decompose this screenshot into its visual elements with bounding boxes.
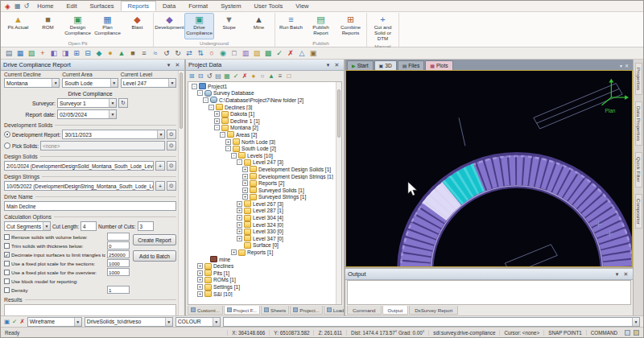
ribbon-button[interactable]: ≡ Run Batch (276, 13, 306, 39)
save-icon[interactable]: ▦ (13, 2, 23, 10)
view-tab[interactable]: ▦Plots (425, 60, 452, 70)
tree-expander-icon[interactable]: - (225, 146, 231, 151)
tree-expander-icon[interactable]: + (237, 201, 242, 207)
design-strings-field[interactable]: 10/05/2022 (DevelopmentDesignString_Mont… (4, 181, 154, 191)
view-tab[interactable]: ▣3D (374, 60, 397, 70)
tool-icon[interactable]: ⊞ (188, 72, 196, 80)
pick-solids-radio[interactable] (4, 142, 10, 149)
tree-item[interactable]: + Level 330 [0] (189, 228, 335, 235)
tree-item[interactable]: + North Lode [3] (189, 138, 335, 146)
option-value-field[interactable]: 1000 (107, 268, 130, 276)
tool-icon[interactable]: ≡ (276, 72, 284, 80)
output-tab[interactable]: Command (347, 306, 382, 315)
ribbon-button[interactable]: ▲ Mine (244, 13, 274, 39)
option-value-field[interactable] (107, 233, 130, 241)
tree-item[interactable]: mine (189, 256, 335, 263)
tree-expander-icon[interactable]: + (237, 208, 242, 213)
current-area-select[interactable]: South Lode▼ (62, 78, 118, 88)
tree-expander-icon[interactable]: + (225, 139, 231, 145)
tree-expander-icon[interactable]: + (197, 270, 203, 276)
docked-panel-tab[interactable]: Data Properties (635, 101, 642, 146)
panel-close-icon[interactable]: ✕ (621, 271, 630, 278)
design-solids-field[interactable]: 2/01/2024 (DevelopmentDesignSolid_Montan… (4, 161, 154, 171)
option-checkbox[interactable] (4, 243, 10, 249)
command-icon[interactable]: ▣ (4, 318, 10, 325)
tool-icon[interactable]: ▤ (4, 48, 14, 58)
option-value-field[interactable]: 0 (107, 241, 130, 249)
tree-item[interactable]: + Pits [1] (189, 270, 335, 277)
current-level-select[interactable]: Level 247▼ (121, 78, 176, 88)
pick-target-icon[interactable]: ⊙ (167, 181, 176, 191)
tree-item[interactable]: - South Lode [2] (189, 145, 335, 152)
tool-icon[interactable]: ✓ (232, 72, 240, 80)
tree-expander-icon[interactable]: - (192, 84, 197, 89)
tree-expander-icon[interactable]: + (237, 236, 242, 241)
surveyor-select[interactable]: Surveyor 1▼ (57, 98, 117, 108)
add-to-batch-button[interactable]: Add to Batch (133, 250, 176, 262)
tree-item[interactable]: + Surveyed Strings [1] (189, 194, 335, 201)
tool-icon[interactable]: ◨ (60, 48, 70, 58)
number-of-cuts-field[interactable]: 3 (138, 221, 154, 231)
option-checkbox[interactable] (4, 270, 10, 275)
create-report-button[interactable]: Create Report (133, 234, 176, 245)
tree-expander-icon[interactable]: + (242, 188, 248, 193)
undo-icon[interactable]: ↺ (22, 2, 31, 10)
ribbon-button[interactable]: ▣ Drive Compliance (184, 13, 214, 39)
tree-item[interactable]: + S&I [10] (189, 291, 335, 298)
tree-item[interactable]: + Level 324 [0] (189, 221, 335, 229)
tree-expander-icon[interactable]: + (197, 291, 203, 297)
tree-item[interactable]: + Reports [2] (189, 179, 335, 187)
command-input[interactable]: ▼ (223, 317, 640, 327)
tree-expander-icon[interactable]: + (237, 229, 242, 234)
tree-expander-icon[interactable]: + (197, 284, 203, 290)
tree-expander-icon[interactable]: + (242, 174, 248, 179)
ribbon-tab[interactable]: Data (156, 1, 182, 11)
tree-item[interactable]: + Development Design Solids [1] (189, 166, 335, 173)
tool-icon[interactable]: ▤ (214, 72, 222, 80)
ribbon-button[interactable]: ◆ Development (155, 13, 184, 39)
cut-segments-select[interactable]: Cut Segments▼ (4, 221, 51, 231)
tool-icon[interactable]: ▦ (223, 72, 231, 80)
ribbon-button[interactable]: ▼ Stope (214, 13, 244, 39)
report-date-field[interactable]: 02/05/2024▼ (57, 109, 117, 119)
ribbon-button[interactable]: ▲ Pit Actual (3, 13, 33, 39)
refresh-icon[interactable]: ↻ (118, 98, 128, 108)
tree-expander-icon[interactable]: - (197, 90, 203, 96)
option-checkbox[interactable] (4, 278, 10, 284)
tool-icon[interactable]: ⊟ (196, 72, 204, 80)
tree-expander-icon[interactable]: + (242, 167, 248, 172)
tool-icon[interactable]: ▣ (308, 48, 318, 58)
panel-tab[interactable]: Project F... (224, 306, 260, 315)
tool-icon[interactable]: ⇄ (184, 48, 194, 58)
option-value-field[interactable]: 1 (107, 286, 130, 294)
panel-menu-icon[interactable]: ▾ (164, 62, 173, 68)
left-panel-scrollbar[interactable] (178, 71, 184, 315)
pick-target-icon[interactable]: ⊙ (167, 141, 176, 150)
tool-icon[interactable]: △ (297, 48, 307, 58)
tree-item[interactable]: - Survey Database (189, 90, 335, 97)
tree-expander-icon[interactable]: - (231, 153, 237, 159)
ribbon-tab[interactable]: View (289, 1, 315, 11)
tool-icon[interactable]: ◆ (94, 48, 104, 58)
tree-item[interactable]: - Montana [2] (189, 125, 335, 132)
tree-expander-icon[interactable]: + (197, 263, 203, 269)
ribbon-button[interactable]: + Cut and Solid or DTM (368, 13, 398, 43)
tree-item[interactable]: + Settings [1] (189, 283, 335, 291)
tool-icon[interactable]: ▲ (267, 72, 275, 80)
tree-item[interactable]: - C:\Database\Project7\New folder [2] (189, 97, 335, 104)
panel-menu-icon[interactable]: ▾ (324, 62, 332, 68)
tool-icon[interactable]: ▨ (252, 48, 262, 58)
development-report-radio[interactable] (4, 131, 10, 138)
docked-panel-tab[interactable]: Compositor (635, 194, 642, 229)
tree-expander-icon[interactable]: + (242, 194, 248, 200)
pick-target-icon[interactable]: ⊙ (167, 161, 176, 171)
tool-icon[interactable]: ◉ (218, 48, 228, 58)
ribbon-tab[interactable]: Surfaces (84, 1, 121, 11)
tree-expander-icon[interactable]: + (214, 111, 220, 117)
panel-close-icon[interactable]: ✕ (173, 62, 182, 68)
ribbon-button[interactable]: ⊞ Combine Reports (336, 13, 365, 39)
tool-icon[interactable]: ✓ (275, 48, 284, 58)
panel-close-icon[interactable]: ✕ (332, 62, 341, 68)
option-value-field[interactable]: 1000 (107, 259, 130, 267)
docked-panel-tab[interactable]: Properties (635, 63, 642, 95)
